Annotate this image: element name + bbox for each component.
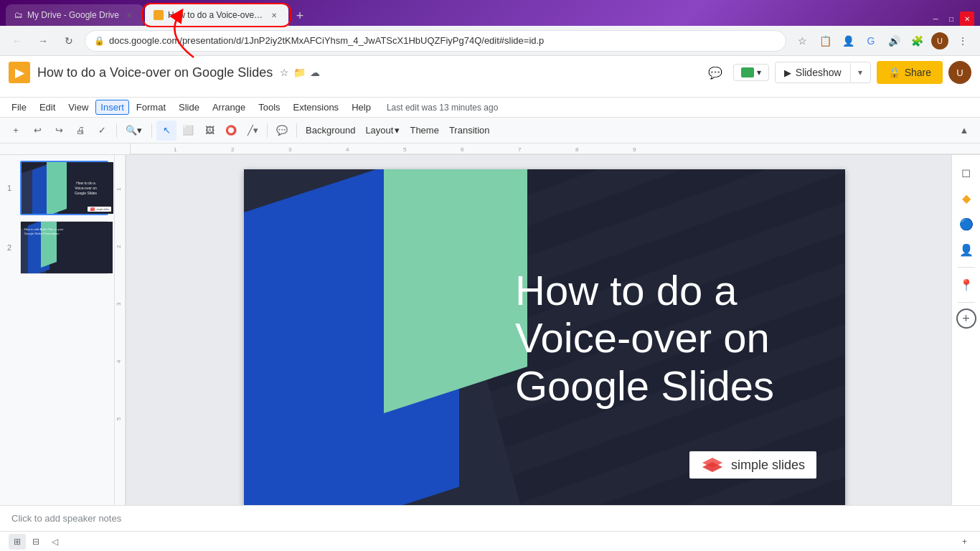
svg-text:4: 4 <box>116 359 122 363</box>
svg-text:6: 6 <box>461 146 464 153</box>
slides-title: How to do a Voice-over on Google Slides <box>37 65 273 80</box>
svg-text:5: 5 <box>403 146 407 153</box>
svg-text:3: 3 <box>116 302 122 306</box>
user-avatar[interactable]: U <box>948 61 971 84</box>
rsb-sep-1 <box>958 267 975 268</box>
address-input[interactable]: 🔒 docs.google.com/presentation/d/1JnP2iy… <box>85 30 786 52</box>
cloud-icon[interactable]: ☁ <box>310 67 320 78</box>
background-button[interactable]: Background <box>301 121 359 141</box>
tab1-close-icon[interactable]: ✕ <box>123 9 135 21</box>
image-tool[interactable]: 🖼 <box>199 121 220 141</box>
menu-extensions[interactable]: Extensions <box>288 99 345 116</box>
collapse-button[interactable]: ▲ <box>954 121 974 141</box>
line-tool[interactable]: ╱▾ <box>242 121 263 141</box>
nav-button[interactable]: ◁ <box>46 534 63 550</box>
account-icon[interactable]: 👤 <box>838 31 858 51</box>
star-icon[interactable]: ☆ <box>280 67 289 78</box>
forward-button[interactable]: → <box>33 31 53 51</box>
maximize-button[interactable]: □ <box>944 11 958 26</box>
back-button[interactable]: ← <box>7 31 27 51</box>
menu-slide[interactable]: Slide <box>173 99 205 116</box>
shape-tool[interactable]: ⭕ <box>221 121 241 141</box>
tab-my-drive[interactable]: 🗂 My Drive - Google Drive ✕ <box>6 4 143 26</box>
browser-frame: 🗂 My Drive - Google Drive ✕ How to do a … <box>0 0 980 551</box>
slide-thumb-1[interactable]: How to do aVoice-over onGoogle Slides si… <box>20 161 108 215</box>
menu-insert[interactable]: Insert <box>95 100 129 115</box>
folder-icon[interactable]: 📁 <box>293 67 306 78</box>
menu-help[interactable]: Help <box>346 99 377 116</box>
undo2-button[interactable]: ↩ <box>27 121 47 141</box>
browser-toolbar-icons: ☆ 📋 👤 G 🔊 🧩 U ⋮ <box>792 31 973 51</box>
svg-text:1: 1 <box>116 187 122 191</box>
canvas-wrapper: How to do a Voice-over on Google Slides <box>126 155 951 505</box>
layout-button[interactable]: Layout▾ <box>361 121 404 141</box>
tab-list: 🗂 My Drive - Google Drive ✕ How to do a … <box>6 4 928 26</box>
reload-button[interactable]: ↻ <box>59 31 79 51</box>
menu-file[interactable]: File <box>6 99 32 116</box>
slideshow-dropdown[interactable]: ▾ <box>850 63 870 82</box>
extension2-icon[interactable]: 🔊 <box>884 31 904 51</box>
toolbar-sep-4 <box>296 123 297 138</box>
slide-thumb-2[interactable]: How to add Audio Files to yourGoogle Sli… <box>20 221 108 274</box>
tab1-title: My Drive - Google Drive <box>27 10 119 20</box>
menu-edit[interactable]: Edit <box>34 99 61 116</box>
slideshow-button[interactable]: ▶ Slideshow ▾ <box>775 62 871 83</box>
address-bar: ← → ↻ 🔒 docs.google.com/presentation/d/1… <box>0 26 980 56</box>
status-view-buttons: ⊞ ⊟ ◁ <box>9 534 63 550</box>
rsb-icon-3[interactable]: 🔵 <box>955 212 978 235</box>
meet-button[interactable]: ▾ <box>733 64 769 81</box>
share-label: Share <box>905 67 931 78</box>
extension1-icon[interactable]: G <box>861 31 881 51</box>
rsb-icon-4[interactable]: 👤 <box>955 238 978 261</box>
rsb-icon-2[interactable]: ◆ <box>955 187 978 209</box>
theme-button[interactable]: Theme <box>405 121 443 141</box>
spellcheck-button[interactable]: ✓ <box>92 121 112 141</box>
text-tool[interactable]: ⬜ <box>178 121 198 141</box>
zoom-button[interactable]: 🔍▾ <box>121 121 147 141</box>
ruler-vertical: 1 2 3 4 5 <box>115 155 126 505</box>
window-controls: ─ □ ✕ <box>928 11 974 26</box>
bookmark-icon[interactable]: ☆ <box>792 31 812 51</box>
print-button[interactable]: 🖨 <box>70 121 90 141</box>
rsb-icon-5[interactable]: 📍 <box>955 273 978 296</box>
menu-format[interactable]: Format <box>131 99 171 116</box>
slides-header-top: ▶ How to do a Voice-over on Google Slide… <box>9 60 971 85</box>
rsb-add-button[interactable]: + <box>956 309 976 329</box>
menu-arrange[interactable]: Arrange <box>207 99 251 116</box>
extension3-icon[interactable]: 🧩 <box>907 31 927 51</box>
logo-diamond-icon <box>701 457 724 473</box>
right-sidebar: ◻ ◆ 🔵 👤 📍 + <box>951 155 980 505</box>
undo-button[interactable]: + <box>6 121 26 141</box>
grid-view-button[interactable]: ⊞ <box>9 534 26 550</box>
menu-view[interactable]: View <box>62 99 94 116</box>
tab2-close-icon[interactable]: ✕ <box>268 9 280 21</box>
close-button[interactable]: ✕ <box>960 11 974 26</box>
notes-area[interactable]: Click to add speaker notes <box>0 505 980 531</box>
svg-text:1: 1 <box>174 146 177 153</box>
tab1-favicon: 🗂 <box>14 10 23 20</box>
menu-tools[interactable]: Tools <box>253 99 286 116</box>
zoom-fit-button[interactable]: + <box>958 534 971 550</box>
share-button[interactable]: 🔒 Share <box>877 61 943 84</box>
comment-button[interactable]: 💬 <box>703 60 727 85</box>
slide-canvas[interactable]: How to do a Voice-over on Google Slides <box>244 169 845 505</box>
transition-button[interactable]: Transition <box>445 121 494 141</box>
profile-icon[interactable]: U <box>930 31 950 51</box>
cast-icon[interactable]: 📋 <box>815 31 835 51</box>
redo-button[interactable]: ↪ <box>49 121 69 141</box>
tab-slides[interactable]: How to do a Voice-over on Goog... ✕ <box>145 4 288 26</box>
list-view-button[interactable]: ⊟ <box>27 534 44 550</box>
canvas-area: How to do a Voice-over on Google Slides <box>126 155 951 505</box>
cursor-tool[interactable]: ↖ <box>156 121 176 141</box>
more-icon[interactable]: ⋮ <box>953 31 973 51</box>
title-bar: 🗂 My Drive - Google Drive ✕ How to do a … <box>0 0 980 26</box>
slide-num-1: 1 <box>7 184 11 192</box>
slides-header: ▶ How to do a Voice-over on Google Slide… <box>0 56 980 98</box>
minimize-button[interactable]: ─ <box>928 11 943 26</box>
rsb-icon-1[interactable]: ◻ <box>955 161 978 184</box>
toolbar-sep-1 <box>116 123 117 138</box>
slide-text-area: How to do a Voice-over on Google Slides <box>515 266 816 410</box>
new-tab-button[interactable]: + <box>290 6 310 26</box>
thumb-content-1: How to do aVoice-over onGoogle Slides si… <box>22 162 113 214</box>
comment-tool[interactable]: 💬 <box>272 121 292 141</box>
